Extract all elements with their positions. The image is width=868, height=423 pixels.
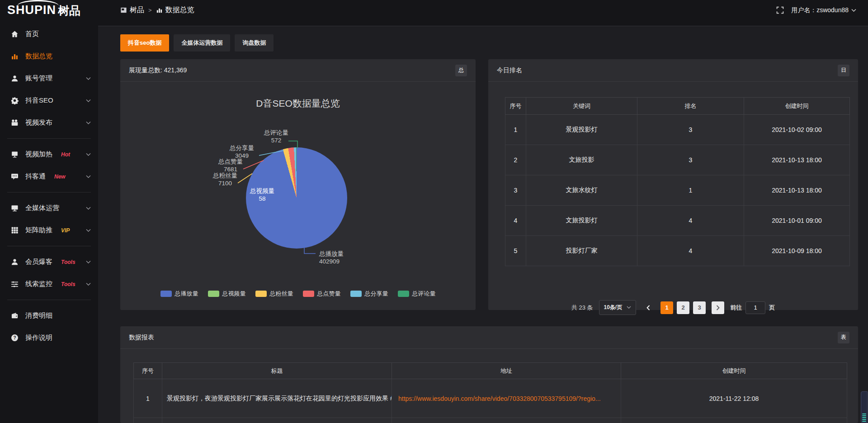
- legend-item-总播放量[interactable]: 总播放量: [160, 290, 198, 298]
- page-buttons: 123: [660, 301, 706, 314]
- sidebar-item-label: 账号管理: [25, 74, 52, 83]
- page-button-1[interactable]: 1: [660, 301, 673, 314]
- prev-page-button[interactable]: [642, 301, 655, 314]
- breadcrumb-root[interactable]: 树品: [120, 5, 144, 15]
- legend-item-总评论量[interactable]: 总评论量: [398, 290, 436, 298]
- floating-service-widget[interactable]: [861, 391, 868, 423]
- legend-swatch: [160, 291, 172, 297]
- ranking-table: 序号关键词排名创建时间 1景观投影灯32021-10-02 09:002文旅投影…: [505, 97, 850, 266]
- wallet-icon: [11, 312, 19, 320]
- pagination: 共 23 条 10条/页 123 前往 页: [488, 300, 858, 315]
- topbar-right: 用户名：zswodun88: [776, 6, 868, 14]
- sidebar-item-gear-抖音SEO[interactable]: 抖音SEO: [0, 89, 98, 112]
- sidebar-item-tag: Tools: [61, 259, 75, 265]
- table-cell: 5: [505, 236, 526, 266]
- sidebar-item-wallet-消费明细[interactable]: 消费明细: [0, 305, 98, 327]
- user-menu[interactable]: 用户名：zswodun88: [791, 6, 856, 14]
- chevron-down-icon: [86, 260, 91, 264]
- username-label: 用户名：zswodun88: [791, 6, 849, 14]
- table-row: 1景观投影灯32021-10-02 09:00: [505, 115, 850, 145]
- report-panel-body: 序号标题地址创建时间 1景观投影灯，夜游景观投影灯厂家展示展示落花灯在花园里的灯…: [120, 362, 858, 423]
- total-badge-button[interactable]: 总: [455, 65, 467, 76]
- sidebar-item-grid-矩阵助推[interactable]: 矩阵助推VIP: [0, 219, 98, 241]
- sidebar-item-question-操作说明[interactable]: ?操作说明: [0, 327, 98, 349]
- column-header: 排名: [637, 98, 744, 115]
- legend-label: 总点赞量: [317, 290, 341, 298]
- widget-stripe: [862, 419, 866, 420]
- legend-item-总点赞量[interactable]: 总点赞量: [303, 290, 341, 298]
- sidebar-item-label: 抖客通: [25, 172, 46, 181]
- legend-label: 总播放量: [175, 290, 198, 298]
- data-tabs: 抖音seo数据全媒体运营数据询盘数据: [120, 34, 274, 52]
- table-cell: 投影灯厂家: [526, 236, 637, 266]
- tab-抖音seo数据[interactable]: 抖音seo数据: [120, 34, 169, 52]
- chevron-down-icon: [851, 9, 856, 12]
- pie-label-videos: 总视频量58: [237, 187, 287, 202]
- fullscreen-icon[interactable]: [776, 6, 784, 14]
- tab-询盘数据[interactable]: 询盘数据: [235, 34, 274, 52]
- sidebar-item-label: 会员爆客: [25, 258, 52, 266]
- sidebar-divider: [7, 300, 91, 300]
- sidebar-item-monitor-全媒体运营[interactable]: 全媒体运营: [0, 197, 98, 219]
- user-icon: [11, 75, 19, 82]
- sidebar-item-user-会员爆客[interactable]: 会员爆客Tools: [0, 251, 98, 273]
- report-panel: 数据报表 表 序号标题地址创建时间 1景观投影灯，夜游景观投影灯厂家展示展示落花…: [120, 326, 858, 423]
- page-button-2[interactable]: 2: [677, 301, 689, 314]
- page-button-3[interactable]: 3: [693, 301, 706, 314]
- report-table-header: 序号标题地址创建时间: [134, 363, 847, 379]
- legend-label: 总评论量: [412, 290, 436, 298]
- tab-全媒体运营数据[interactable]: 全媒体运营数据: [174, 34, 230, 52]
- sidebar-item-sliders-线索监控[interactable]: 线索监控Tools: [0, 273, 98, 295]
- report-table: 序号标题地址创建时间 1景观投影灯，夜游景观投影灯厂家展示展示落花灯在花园里的灯…: [133, 362, 847, 423]
- legend-item-总粉丝量[interactable]: 总粉丝量: [255, 290, 293, 298]
- table-row: 5投影灯厂家42021-10-09 18:00: [505, 236, 850, 266]
- report-panel-header: 数据报表 表: [120, 326, 858, 349]
- chevron-down-icon: [627, 306, 631, 309]
- pie-chart-title: D音SEO数据量总览: [120, 97, 476, 110]
- sidebar-item-label: 消费明细: [25, 311, 52, 320]
- logo-text-cn: 树品: [58, 5, 80, 16]
- overview-panel-header: 展现量总数: 421,369 总: [120, 59, 476, 82]
- table-cell: 1: [637, 175, 744, 206]
- column-header: 序号: [134, 363, 162, 379]
- table-cell: 景观投影灯: [526, 115, 637, 145]
- table-cell: 3: [637, 115, 744, 145]
- sidebar-item-tag: Tools: [61, 281, 75, 287]
- report-panel-title: 数据报表: [129, 334, 154, 342]
- day-badge-button[interactable]: 日: [838, 65, 849, 76]
- goto-page-input[interactable]: [745, 301, 765, 314]
- sidebar-divider: [7, 192, 91, 193]
- sidebar-item-label: 视频加热: [25, 150, 52, 159]
- sidebar-item-label: 线索监控: [25, 280, 52, 288]
- sidebar-item-chat-抖客通[interactable]: 抖客通New: [0, 165, 98, 188]
- legend-item-总视频量[interactable]: 总视频量: [208, 290, 246, 298]
- column-header: 序号: [505, 98, 526, 115]
- sidebar-item-bar-chart-数据总览[interactable]: 数据总览: [0, 45, 98, 67]
- table-cell: 1: [505, 115, 526, 145]
- page-size-select[interactable]: 10条/页: [599, 300, 637, 315]
- sidebar-item-video-camera-视频发布[interactable]: 视频发布: [0, 112, 98, 134]
- breadcrumb-current[interactable]: 数据总览: [156, 5, 194, 15]
- sidebar-item-screen-play-视频加热[interactable]: 视频加热Hot: [0, 143, 98, 165]
- legend-item-总分享量[interactable]: 总分享量: [350, 290, 388, 298]
- legend-swatch: [208, 291, 219, 297]
- chevron-right-icon: [716, 305, 720, 310]
- table-cell: 3: [637, 145, 744, 175]
- video-link[interactable]: https://www.iesdouyin.com/share/video/70…: [398, 395, 601, 402]
- table-cell: 2021-10-13 18:00: [744, 175, 850, 206]
- sidebar-item-label: 抖音SEO: [25, 96, 53, 105]
- sidebar-item-user-账号管理[interactable]: 账号管理: [0, 67, 98, 89]
- app-logo[interactable]: SHUPIN 树品: [0, 4, 98, 16]
- table-cell: 文旅投影: [526, 145, 637, 175]
- column-header: 创建时间: [621, 363, 847, 379]
- table-cell: 4: [637, 236, 744, 266]
- user-icon: [11, 258, 19, 266]
- table-badge-button[interactable]: 表: [838, 332, 849, 343]
- ranking-panel: 今日排名 日 序号关键词排名创建时间 1景观投影灯32021-10-02 09:…: [488, 59, 858, 310]
- next-page-button[interactable]: [712, 301, 724, 314]
- sidebar-item-home-首页[interactable]: 首页: [0, 23, 98, 45]
- svg-text:?: ?: [13, 335, 16, 340]
- overview-panel-body: D音SEO数据量总览 总评论量572 总分享量3049 总点赞量7681 总粉丝…: [120, 82, 476, 310]
- legend-swatch: [398, 291, 409, 297]
- table-row-partial: [134, 418, 847, 423]
